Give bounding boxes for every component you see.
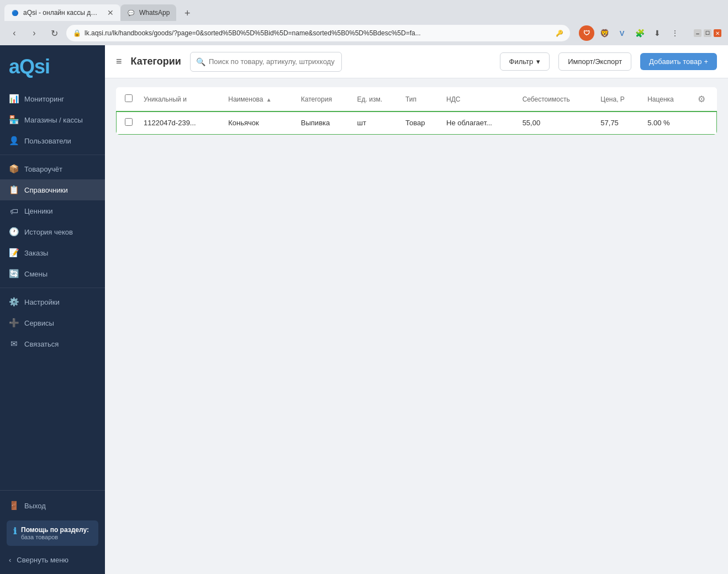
browser-chrome: 🔵 aQsi - онлайн кассы для вашего... ✕ 💬 … (0, 0, 728, 45)
tab-close-1[interactable]: ✕ (107, 8, 114, 17)
tab-title-1: aQsi - онлайн кассы для вашего... (23, 9, 101, 17)
sidebar-label-services: Сервисы (24, 319, 54, 327)
sidebar-label-handbooks: Справочники (24, 186, 68, 194)
close-button[interactable]: ✕ (714, 29, 721, 37)
download-icon[interactable]: ⬇ (650, 25, 665, 41)
th-markup: Наценка (642, 87, 692, 111)
logo: aQsi (9, 55, 96, 78)
sidebar-label-receipts: История чеков (24, 228, 73, 236)
url-icons: 🔑 (556, 30, 563, 37)
tab-active[interactable]: 🔵 aQsi - онлайн кассы для вашего... ✕ (4, 4, 120, 21)
logout-label: Выход (24, 502, 46, 510)
forward-button[interactable]: › (27, 25, 42, 41)
sidebar-item-inventory[interactable]: 📦 Товароучёт (0, 158, 105, 179)
row-actions (692, 111, 718, 135)
products-table-container: Уникальный и Наименова ▲ Категория Ед. и… (116, 87, 717, 135)
vk-icon[interactable]: V (614, 25, 630, 41)
browser-actions: 🛡 🦁 V 🧩 ⬇ ⋮ (579, 25, 683, 41)
inventory-icon: 📦 (9, 164, 19, 174)
sidebar-item-shops[interactable]: 🏪 Магазины / кассы (0, 109, 105, 130)
sidebar-bottom: 🚪 Выход ℹ Помощь по разделу: база товаро… (0, 490, 105, 574)
nav-section: 📊 Мониторинг 🏪 Магазины / кассы 👤 Пользо… (0, 88, 105, 490)
sidebar-label-contact: Связаться (24, 340, 59, 348)
filter-chevron-icon: ▾ (536, 57, 540, 66)
help-box: ℹ Помощь по разделу: база товаров (7, 520, 98, 546)
key-icon: 🔑 (556, 30, 563, 37)
sidebar-item-handbooks[interactable]: 📋 Справочники (0, 179, 105, 200)
row-name: Коньячок (223, 111, 296, 135)
pricelists-icon: 🏷 (9, 206, 19, 216)
sidebar-label-shops: Магазины / кассы (24, 116, 83, 124)
topbar: ≡ Категории 🔍 Фильтр ▾ Импорт/Экспорт До… (105, 45, 728, 78)
new-tab-button[interactable]: + (180, 6, 195, 21)
sidebar-label-inventory: Товароучёт (24, 165, 62, 173)
sidebar-item-services[interactable]: ➕ Сервисы (0, 312, 105, 333)
sidebar-label-shifts: Смены (24, 270, 48, 278)
search-icon: 🔍 (196, 57, 205, 66)
row-checkbox-cell[interactable] (116, 111, 138, 135)
sidebar-item-shifts[interactable]: 🔄 Смены (0, 263, 105, 284)
products-table: Уникальный и Наименова ▲ Категория Ед. и… (116, 87, 717, 135)
filter-label: Фильтр (509, 57, 534, 66)
add-product-button[interactable]: Добавить товар + (640, 53, 717, 70)
th-price: Цена, Р (595, 87, 642, 111)
sidebar-item-receipts[interactable]: 🕐 История чеков (0, 221, 105, 242)
back-button[interactable]: ‹ (7, 25, 22, 41)
row-unit: шт (352, 111, 400, 135)
sidebar-item-settings[interactable]: ⚙️ Настройки (0, 291, 105, 312)
sidebar-item-users[interactable]: 👤 Пользователи (0, 130, 105, 151)
select-all-checkbox[interactable] (125, 94, 133, 102)
sidebar: aQsi 📊 Мониторинг 🏪 Магазины / кассы 👤 П… (0, 45, 105, 574)
row-markup: 5.00 % (642, 111, 692, 135)
orders-icon: 📝 (9, 248, 19, 258)
collapse-icon: ‹ (9, 556, 11, 564)
sidebar-item-pricelists[interactable]: 🏷 Ценники (0, 200, 105, 221)
refresh-button[interactable]: ↻ (46, 25, 62, 41)
minimize-button[interactable]: – (694, 29, 701, 37)
menu-toggle-icon[interactable]: ≡ (116, 56, 122, 67)
menu-dots-icon[interactable]: ⋮ (667, 25, 683, 41)
sidebar-label-orders: Заказы (24, 249, 48, 257)
search-box[interactable]: 🔍 (190, 52, 342, 72)
users-icon: 👤 (9, 136, 19, 146)
row-category: Выпивка (296, 111, 352, 135)
help-sub: база товаров (21, 534, 89, 540)
sidebar-item-orders[interactable]: 📝 Заказы (0, 242, 105, 263)
help-title: Помощь по разделу: (21, 526, 89, 534)
sort-asc-icon: ▲ (266, 97, 272, 103)
logout-button[interactable]: 🚪 Выход (0, 495, 105, 516)
filter-button[interactable]: Фильтр ▾ (500, 52, 550, 71)
content-area: Уникальный и Наименова ▲ Категория Ед. и… (105, 78, 728, 574)
collapse-label: Свернуть меню (17, 556, 68, 564)
tab-whatsapp[interactable]: 💬 WhatsApp (120, 4, 176, 21)
tab-bar: 🔵 aQsi - онлайн кассы для вашего... ✕ 💬 … (0, 0, 728, 21)
services-icon: ➕ (9, 318, 19, 328)
sidebar-item-monitoring[interactable]: 📊 Мониторинг (0, 88, 105, 109)
row-uid: 1122047d-239... (138, 111, 223, 135)
table-body: 1122047d-239... Коньячок Выпивка шт Това… (116, 111, 717, 135)
shield-icon[interactable]: 🛡 (579, 25, 594, 41)
nav-divider-2 (0, 288, 105, 288)
monitoring-icon: 📊 (9, 94, 19, 104)
th-unit: Ед. изм. (352, 87, 400, 111)
import-export-button[interactable]: Импорт/Экспорт (558, 52, 631, 71)
row-checkbox[interactable] (125, 118, 133, 126)
collapse-menu-button[interactable]: ‹ Свернуть меню (0, 550, 105, 570)
tab-favicon-2: 💬 (127, 9, 135, 17)
handbooks-icon: 📋 (9, 185, 19, 195)
sidebar-label-pricelists: Ценники (24, 207, 52, 215)
puzzle-icon[interactable]: 🧩 (632, 25, 647, 41)
th-name[interactable]: Наименова ▲ (223, 87, 296, 111)
tab-favicon-1: 🔵 (11, 9, 19, 17)
search-input[interactable] (209, 57, 336, 66)
maximize-button[interactable]: ☐ (704, 29, 711, 37)
app: aQsi 📊 Мониторинг 🏪 Магазины / кассы 👤 П… (0, 45, 728, 574)
th-category: Категория (296, 87, 352, 111)
table-row[interactable]: 1122047d-239... Коньячок Выпивка шт Това… (116, 111, 717, 135)
url-bar[interactable]: 🔒 lk.aqsi.ru/lk/handbooks/goods/?page=0&… (66, 25, 570, 41)
sidebar-item-contact[interactable]: ✉ Связаться (0, 333, 105, 354)
table-header: Уникальный и Наименова ▲ Категория Ед. и… (116, 87, 717, 111)
brave-icon[interactable]: 🦁 (597, 25, 612, 41)
address-bar: ‹ › ↻ 🔒 lk.aqsi.ru/lk/handbooks/goods/?p… (0, 21, 728, 45)
column-settings-icon[interactable]: ⚙ (698, 94, 705, 104)
